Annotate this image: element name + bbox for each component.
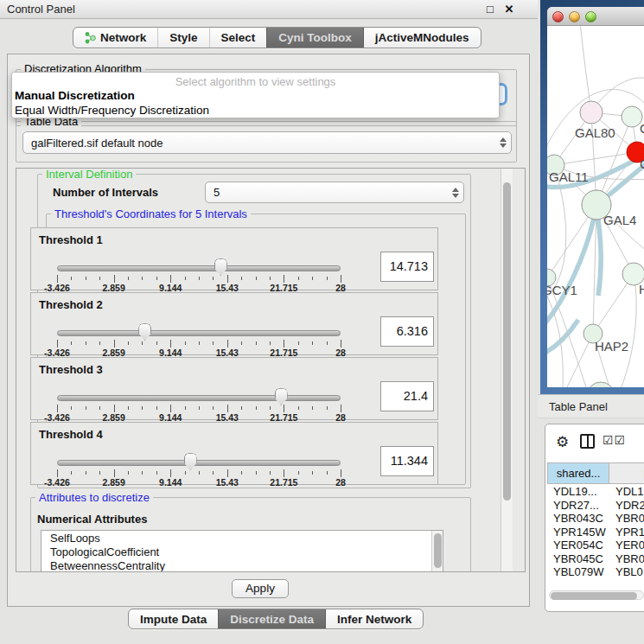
threshold-slider-handle[interactable] [275, 388, 288, 405]
slider-tick [256, 406, 257, 410]
network-node[interactable] [580, 101, 603, 124]
tab-jactivemnodules[interactable]: jActiveMNodules [363, 28, 481, 48]
table-panel-titlebar: Table Panel [538, 394, 644, 418]
network-node-label: HAP2 [595, 339, 628, 354]
column-header-shared-name[interactable]: shared... [547, 462, 609, 484]
zoom-traffic-light-icon[interactable] [585, 11, 596, 22]
slider-tick [256, 341, 257, 345]
slider-tick-label: 9.144 [159, 477, 182, 488]
table-horizontal-scrollbar[interactable] [549, 590, 644, 600]
attributes-list-scrollbar[interactable] [431, 531, 443, 572]
settings-scrollbar-thumb[interactable] [503, 182, 511, 501]
slider-tick [312, 471, 313, 475]
number-of-intervals-value: 5 [206, 186, 448, 199]
slider-tick [298, 406, 299, 410]
slider-tick [128, 277, 129, 280]
network-node-label: GCY1 [547, 283, 577, 297]
threshold-slider-track[interactable] [57, 330, 341, 336]
slider-tick [156, 341, 157, 345]
tab-cyni-toolbox[interactable]: Cyni Toolbox [266, 28, 363, 48]
slider-tick [298, 277, 299, 280]
attribute-list-item[interactable]: BetweennessCentrality [41, 558, 443, 572]
slider-tick [99, 341, 100, 345]
select-columns-checkboxes-icon[interactable]: ☑☑ [603, 433, 626, 447]
table-row[interactable]: YER054C YER0 [547, 539, 644, 552]
slider-tick [156, 471, 157, 475]
top-tab-bar: Network Style Select Cyni Toolbox jActiv… [73, 27, 481, 48]
table-row[interactable]: YBL079W YBL0 [547, 565, 644, 579]
threshold-value-field[interactable]: 14.713 [380, 252, 434, 282]
tab-infer-network[interactable]: Infer Network [325, 609, 423, 628]
number-of-intervals-label: Number of Intervals [53, 186, 158, 199]
threshold-slider-handle[interactable] [214, 258, 227, 276]
slider-tick [284, 340, 284, 348]
apply-button[interactable]: Apply [232, 579, 289, 598]
settings-panel-scrollbar[interactable] [501, 169, 513, 571]
network-node[interactable] [587, 382, 615, 387]
split-columns-icon[interactable] [580, 434, 595, 449]
slider-tick [114, 275, 115, 283]
slider-tick [327, 277, 328, 280]
table-row[interactable]: YPR145W YPR1 [547, 526, 644, 539]
close-panel-icon[interactable]: ✕ [501, 2, 517, 17]
float-window-icon[interactable]: □ [482, 2, 498, 17]
threshold-box: Threshold 1 -3.4262.8599.14415.4321.7152… [30, 227, 438, 290]
cell-shared-name: YBL079W [547, 565, 609, 579]
number-of-intervals-combo[interactable]: 5 [205, 182, 464, 203]
tab-style[interactable]: Style [157, 28, 208, 48]
tab-network[interactable]: Network [73, 28, 157, 48]
network-window-titlebar[interactable] [547, 7, 644, 26]
slider-tick [284, 469, 284, 477]
threshold-slider-handle[interactable] [184, 453, 197, 470]
table-data-combo[interactable]: galFiltered.sif default node [22, 131, 512, 154]
network-edge[interactable] [547, 205, 596, 327]
cell-name: YBR0 [609, 552, 644, 566]
network-node-label: H [639, 282, 644, 296]
network-canvas[interactable]: GAL80GAGAL11CGAL4GCY1HHAP2 [547, 26, 644, 387]
tab-jactivemnodules-label: jActiveMNodules [375, 31, 469, 44]
tab-select[interactable]: Select [209, 28, 267, 48]
threshold-value-field[interactable]: 21.4 [380, 381, 434, 411]
column-header-name[interactable]: na [609, 462, 644, 484]
cell-shared-name: YBR045C [547, 552, 609, 566]
attributes-scrollbar-thumb[interactable] [434, 533, 442, 568]
threshold-value-field[interactable]: 11.344 [380, 446, 434, 476]
attribute-list-item[interactable]: TopologicalCoefficient [41, 545, 443, 558]
cell-shared-name: YER054C [547, 539, 609, 552]
slider-tick [128, 341, 129, 345]
gear-icon[interactable]: ⚙ [556, 433, 569, 451]
threshold-slider-track[interactable] [57, 265, 341, 271]
slider-tick [241, 406, 242, 410]
algorithm-option-equal-width[interactable]: Equal Width/Frequency Discretization [15, 104, 209, 117]
attribute-list-item[interactable]: SelfLoops [41, 531, 443, 545]
threshold-slider-track[interactable] [57, 395, 341, 401]
slider-tick [270, 341, 271, 345]
threshold-value-field[interactable]: 6.316 [380, 316, 434, 347]
close-traffic-light-icon[interactable] [552, 11, 564, 22]
slider-tick [71, 471, 72, 475]
table-row[interactable]: YDL19... YDL1 [547, 485, 644, 499]
tab-network-label: Network [100, 31, 146, 44]
slider-tick [170, 275, 171, 283]
network-canvas-svg: GAL80GAGAL11CGAL4GCY1HHAP2 [547, 26, 644, 387]
tab-select-label: Select [221, 31, 256, 44]
network-edge[interactable] [621, 274, 636, 387]
slider-tick [227, 405, 228, 412]
threshold-slider-track[interactable] [57, 460, 341, 466]
tab-discretize-data[interactable]: Discretize Data [218, 609, 325, 628]
threshold-slider-handle[interactable] [138, 323, 151, 341]
algorithm-option-manual[interactable]: Manual Discretization [15, 89, 135, 102]
table-scrollbar-thumb[interactable] [551, 592, 637, 600]
table-row[interactable]: YBR045C YBR0 [547, 552, 644, 566]
tab-impute-data[interactable]: Impute Data [129, 609, 218, 628]
cell-name: YBL0 [609, 565, 644, 579]
table-row[interactable]: YLR345W YLR3 [547, 579, 644, 583]
algorithm-dropdown-popup: Select algorithm to view settings Manual… [11, 72, 500, 118]
slider-tick [170, 405, 171, 412]
network-node-label: GAL80 [575, 125, 615, 140]
table-row[interactable]: YBR043C YBR0 [547, 512, 644, 526]
network-edge[interactable] [580, 26, 591, 112]
slider-tick-label: -3.426 [44, 477, 70, 488]
table-row[interactable]: YDR27... YDR2 [547, 499, 644, 513]
minimize-traffic-light-icon[interactable] [569, 11, 580, 22]
